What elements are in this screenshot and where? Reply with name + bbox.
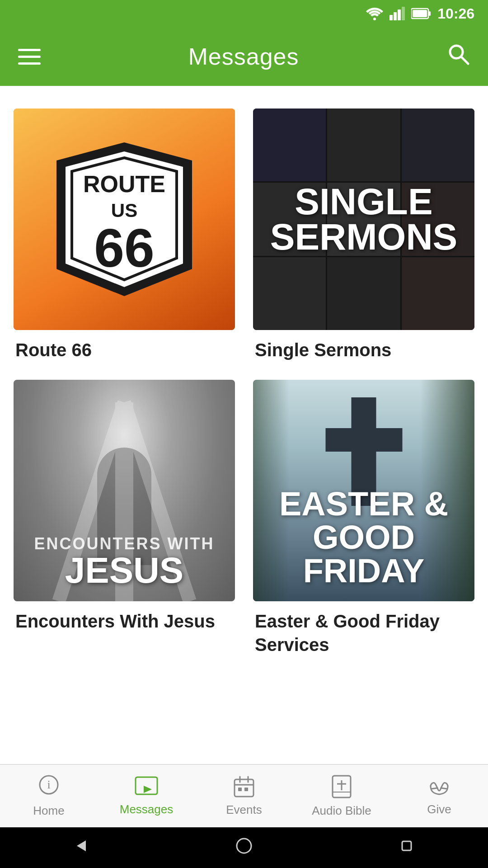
audiobible-icon bbox=[331, 775, 352, 800]
svg-marker-30 bbox=[77, 840, 86, 851]
easter-text-line2: GOOD FRIDAY bbox=[262, 521, 465, 588]
signal-icon bbox=[389, 7, 405, 20]
card-route66[interactable]: ROUTE US 66 Route 66 bbox=[14, 108, 235, 362]
card-easter[interactable]: EASTER & GOOD FRIDAY Easter & Good Frida… bbox=[253, 380, 474, 656]
svg-rect-20 bbox=[235, 779, 253, 797]
android-back[interactable] bbox=[72, 837, 90, 859]
jesus-main-text: JESUS bbox=[65, 553, 183, 588]
bottom-nav: i Home Messages Events bbox=[0, 764, 488, 827]
events-icon bbox=[234, 776, 254, 799]
svg-point-0 bbox=[373, 18, 376, 20]
svg-text:i: i bbox=[47, 778, 50, 791]
card-jesus[interactable]: ENCOUNTERS WITH JESUS Encounters With Je… bbox=[14, 380, 235, 656]
card-sermons[interactable]: SINGLE SERMONS Single Sermons bbox=[253, 108, 474, 362]
nav-home[interactable]: i Home bbox=[15, 774, 83, 818]
sermons-overlay: SINGLE SERMONS bbox=[253, 108, 474, 330]
card-easter-image: EASTER & GOOD FRIDAY bbox=[253, 380, 474, 601]
battery-icon bbox=[411, 8, 431, 19]
card-jesus-image: ENCOUNTERS WITH JESUS bbox=[14, 380, 235, 601]
card-route66-image: ROUTE US 66 bbox=[14, 108, 235, 330]
svg-text:66: 66 bbox=[94, 217, 154, 278]
status-icons: 10:26 bbox=[366, 5, 474, 22]
svg-rect-4 bbox=[402, 7, 405, 20]
home-label: Home bbox=[33, 804, 64, 818]
svg-rect-24 bbox=[238, 788, 242, 791]
content-area: ROUTE US 66 Route 66 bbox=[0, 86, 488, 765]
easter-overlay: EASTER & GOOD FRIDAY bbox=[253, 474, 474, 601]
easter-text-line1: EASTER & bbox=[279, 487, 448, 521]
svg-rect-6 bbox=[428, 11, 431, 16]
events-label: Events bbox=[226, 803, 262, 817]
svg-text:ROUTE: ROUTE bbox=[83, 171, 165, 197]
messages-icon bbox=[135, 776, 158, 799]
android-home[interactable] bbox=[235, 837, 253, 859]
nav-audiobible[interactable]: Audio Bible bbox=[308, 775, 375, 818]
svg-rect-1 bbox=[389, 15, 393, 20]
nav-messages[interactable]: Messages bbox=[113, 776, 180, 816]
give-label: Give bbox=[427, 802, 451, 816]
jesus-overlay: ENCOUNTERS WITH JESUS bbox=[14, 521, 235, 601]
android-nav-bar bbox=[0, 827, 488, 868]
nav-events[interactable]: Events bbox=[210, 776, 278, 817]
svg-rect-3 bbox=[398, 9, 401, 20]
svg-point-31 bbox=[237, 839, 251, 853]
svg-rect-7 bbox=[413, 10, 427, 17]
nav-give[interactable]: Give bbox=[405, 776, 473, 816]
sermons-text-single: SINGLE bbox=[295, 184, 432, 219]
card-sermons-label: Single Sermons bbox=[253, 338, 474, 362]
status-bar: 10:26 bbox=[0, 0, 488, 27]
give-icon bbox=[427, 776, 451, 799]
wifi-icon bbox=[366, 7, 383, 20]
card-jesus-label: Encounters With Jesus bbox=[14, 609, 235, 633]
svg-line-9 bbox=[461, 57, 468, 64]
svg-rect-25 bbox=[244, 788, 248, 791]
card-grid: ROUTE US 66 Route 66 bbox=[14, 108, 474, 656]
sermons-text-sermons: SERMONS bbox=[270, 219, 458, 255]
svg-rect-32 bbox=[402, 841, 411, 850]
top-bar: Messages bbox=[0, 27, 488, 86]
menu-button[interactable] bbox=[18, 49, 41, 65]
card-route66-label: Route 66 bbox=[14, 338, 235, 362]
audiobible-label: Audio Bible bbox=[312, 804, 371, 818]
status-time: 10:26 bbox=[437, 5, 474, 22]
search-button[interactable] bbox=[446, 42, 470, 71]
messages-label: Messages bbox=[120, 802, 174, 816]
android-recent[interactable] bbox=[398, 837, 416, 859]
page-title: Messages bbox=[188, 43, 299, 70]
home-icon: i bbox=[38, 774, 59, 800]
card-sermons-image: SINGLE SERMONS bbox=[253, 108, 474, 330]
card-easter-label: Easter & Good Friday Services bbox=[253, 609, 474, 656]
svg-rect-2 bbox=[394, 12, 397, 20]
svg-marker-19 bbox=[144, 786, 152, 793]
